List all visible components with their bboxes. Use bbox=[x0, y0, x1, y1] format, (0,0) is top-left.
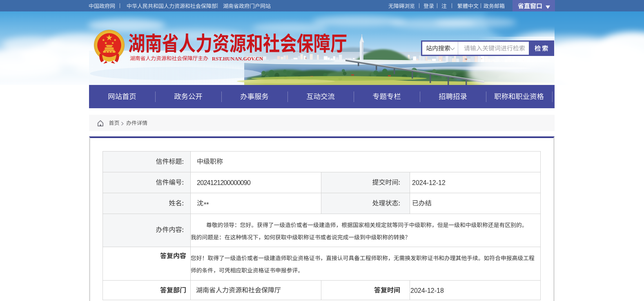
svg-text:2024121200000090: 2024121200000090 bbox=[197, 179, 251, 186]
svg-text:RST.HUNAN.GOV.CN: RST.HUNAN.GOV.CN bbox=[212, 56, 263, 62]
svg-text:**: ** bbox=[204, 201, 209, 208]
svg-text:2024-12-18: 2024-12-18 bbox=[410, 287, 444, 294]
svg-text:2024-12-12: 2024-12-12 bbox=[412, 179, 446, 186]
